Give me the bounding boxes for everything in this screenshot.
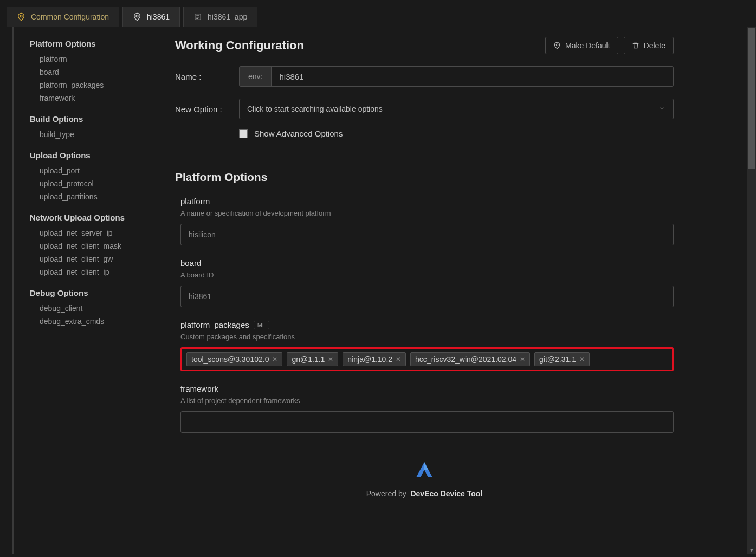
platform-input[interactable]: hisilicon xyxy=(180,224,674,245)
tab-common-configuration[interactable]: Common Configuration xyxy=(7,7,119,27)
board-input[interactable]: hi3861 xyxy=(180,286,674,307)
option-platform-desc: A name or specification of development p… xyxy=(180,209,674,217)
sidebar-item-debug-client[interactable]: debug_client xyxy=(30,302,159,315)
ml-badge: ML xyxy=(254,321,269,329)
sidebar-heading-build-options[interactable]: Build Options xyxy=(30,114,159,124)
sidebar-item-platform-packages[interactable]: platform_packages xyxy=(30,79,159,92)
section-platform-options: Platform Options xyxy=(175,171,674,184)
tab-label: hi3861 xyxy=(147,12,170,21)
option-board-name: board xyxy=(180,258,674,268)
sidebar-item-upload-net-client-mask[interactable]: upload_net_client_mask xyxy=(30,239,159,252)
new-option-select[interactable]: Click to start searching available optio… xyxy=(239,99,674,119)
chevron-down-icon xyxy=(659,105,665,113)
remove-tag-icon[interactable]: ✕ xyxy=(328,355,333,363)
sidebar-item-upload-partitions[interactable]: upload_partitions xyxy=(30,190,159,203)
button-label: Delete xyxy=(644,41,665,50)
sidebar-item-upload-protocol[interactable]: upload_protocol xyxy=(30,177,159,190)
package-tag: tool_scons@3.30102.0 ✕ xyxy=(186,352,282,366)
sidebar-item-upload-port[interactable]: upload_port xyxy=(30,164,159,177)
placeholder-text: hi3861 xyxy=(189,292,211,301)
option-platform-name: platform xyxy=(180,197,674,206)
platform-packages-input[interactable]: tool_scons@3.30102.0 ✕ gn@1.1.1 ✕ ninja@… xyxy=(180,347,674,371)
tab-label: hi3861_app xyxy=(208,12,247,21)
powered-by-line: Powered by DevEco Device Tool xyxy=(175,489,674,498)
option-framework-name: framework xyxy=(180,384,674,393)
sidebar-item-build-type[interactable]: build_type xyxy=(30,128,159,141)
env-prefix: env: xyxy=(240,67,272,86)
name-label: Name : xyxy=(175,72,239,81)
sidebar-item-upload-net-client-gw[interactable]: upload_net_client_gw xyxy=(30,252,159,265)
sidebar-item-board[interactable]: board xyxy=(30,66,159,79)
sidebar-item-framework[interactable]: framework xyxy=(30,92,159,105)
make-default-button[interactable]: Make Default xyxy=(545,37,618,54)
target-icon xyxy=(133,12,141,21)
svg-point-0 xyxy=(20,15,22,17)
show-advanced-checkbox[interactable] xyxy=(239,129,248,138)
scrollbar-thumb[interactable] xyxy=(748,28,755,169)
package-tag: hcc_riscv32_win@2021.02.04 ✕ xyxy=(410,352,530,366)
option-board-desc: A board ID xyxy=(180,271,674,279)
sidebar: Platform Options platform board platform… xyxy=(12,27,175,554)
select-placeholder: Click to start searching available optio… xyxy=(247,105,383,113)
name-input-group: env: xyxy=(239,66,674,87)
target-icon xyxy=(17,12,25,21)
sidebar-item-upload-net-server-ip[interactable]: upload_net_server_ip xyxy=(30,226,159,239)
sidebar-heading-debug-options[interactable]: Debug Options xyxy=(30,288,159,297)
placeholder-text: hisilicon xyxy=(189,230,216,239)
svg-point-1 xyxy=(136,15,138,17)
tab-hi3861[interactable]: hi3861 xyxy=(122,7,180,27)
new-option-label: New Option : xyxy=(175,105,239,114)
button-label: Make Default xyxy=(565,41,610,50)
page-title: Working Configuration xyxy=(175,38,304,53)
remove-tag-icon[interactable]: ✕ xyxy=(396,355,401,363)
trash-icon xyxy=(632,42,639,49)
framework-input[interactable] xyxy=(180,411,674,433)
target-icon xyxy=(553,42,561,49)
option-framework-desc: A list of project dependent frameworks xyxy=(180,397,674,405)
sidebar-item-debug-extra-cmds[interactable]: debug_extra_cmds xyxy=(30,315,159,328)
delete-button[interactable]: Delete xyxy=(624,37,674,54)
deveco-logo-icon xyxy=(413,460,436,481)
sidebar-item-upload-net-client-ip[interactable]: upload_net_client_ip xyxy=(30,265,159,278)
tab-hi3861-app[interactable]: hi3861_app xyxy=(183,7,257,27)
option-platform-packages-name: platform_packages ML xyxy=(180,320,674,329)
tab-label: Common Configuration xyxy=(31,12,109,21)
package-tag: git@2.31.1 ✕ xyxy=(534,352,590,366)
package-tag: ninja@1.10.2 ✕ xyxy=(343,352,406,366)
remove-tag-icon[interactable]: ✕ xyxy=(272,355,277,363)
name-input[interactable] xyxy=(272,67,673,86)
scrollbar[interactable]: ▲ ▼ xyxy=(747,27,756,554)
package-tag: gn@1.1.1 ✕ xyxy=(287,352,338,366)
remove-tag-icon[interactable]: ✕ xyxy=(579,355,585,363)
sidebar-heading-network-upload-options[interactable]: Network Upload Options xyxy=(30,213,159,222)
scroll-down-icon[interactable]: ▼ xyxy=(747,547,756,554)
option-platform-packages-desc: Custom packages and specifications xyxy=(180,333,674,341)
sidebar-item-platform[interactable]: platform xyxy=(30,53,159,66)
list-icon xyxy=(193,12,202,21)
sidebar-heading-platform-options[interactable]: Platform Options xyxy=(30,39,159,48)
show-advanced-label: Show Advanced Options xyxy=(254,129,343,138)
svg-point-6 xyxy=(556,44,558,46)
remove-tag-icon[interactable]: ✕ xyxy=(520,355,525,363)
sidebar-heading-upload-options[interactable]: Upload Options xyxy=(30,151,159,160)
